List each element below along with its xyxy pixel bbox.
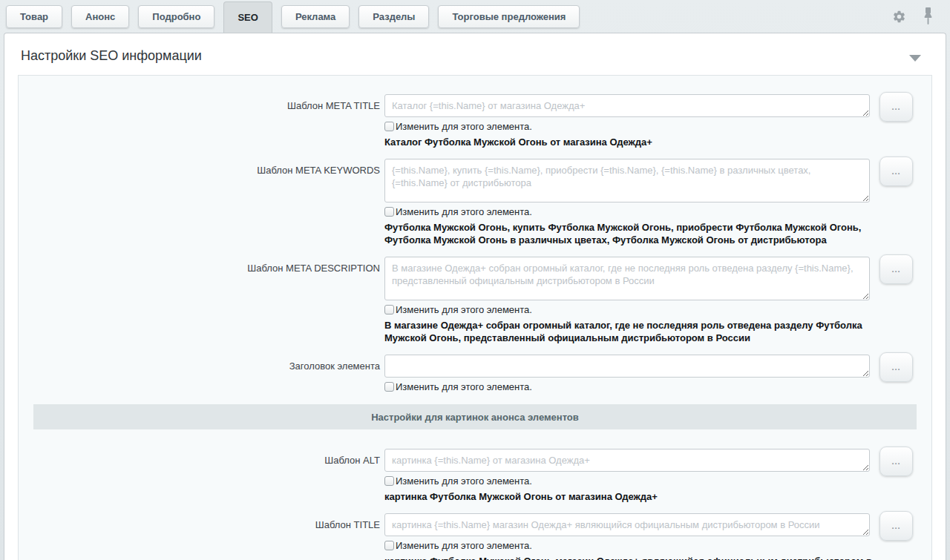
title-change-checkbox[interactable]: [384, 541, 394, 550]
element-title-more-button[interactable]: ...: [879, 352, 913, 382]
checkbox-label: Изменить для этого элемента.: [396, 121, 532, 132]
title-more-button[interactable]: ...: [879, 511, 913, 541]
images-section-header: Настройки для картинок анонса элементов: [33, 404, 917, 429]
checkbox-label: Изменить для этого элемента.: [396, 381, 532, 392]
meta-description-change-checkbox[interactable]: [384, 305, 394, 314]
meta-title-computed-value: Каталог Футболка Мужской Огонь от магази…: [384, 136, 902, 148]
seo-settings-panel: Настройки SEO информации Шаблон META TIT…: [4, 33, 946, 560]
meta-keywords-row: Шаблон META KEYWORDS Изменить для этого …: [19, 159, 931, 246]
checkbox-label: Изменить для этого элемента.: [396, 304, 532, 315]
alt-template-row: Шаблон ALT Изменить для этого элемента. …: [19, 449, 931, 503]
meta-title-row: Шаблон META TITLE Изменить для этого эле…: [19, 94, 931, 148]
tab-podrobno[interactable]: Подробно: [138, 5, 214, 28]
meta-keywords-template-input[interactable]: [384, 159, 870, 202]
meta-keywords-more-button[interactable]: ...: [879, 157, 913, 186]
meta-description-row: Шаблон META DESCRIPTION Изменить для это…: [19, 257, 931, 344]
field-label: Шаблон META KEYWORDS: [19, 159, 384, 176]
tab-seo[interactable]: SEO: [223, 1, 272, 33]
tab-tovar[interactable]: Товар: [6, 5, 62, 28]
tab-torgovye-predlozheniya[interactable]: Торговые предложения: [438, 5, 580, 28]
field-label: Шаблон ALT: [19, 449, 384, 466]
meta-title-template-input[interactable]: [384, 94, 870, 117]
field-label: Шаблон TITLE: [19, 513, 384, 530]
tabbar-actions: [890, 7, 937, 26]
tab-anons[interactable]: Анонс: [71, 5, 129, 28]
meta-keywords-change-checkbox[interactable]: [384, 207, 394, 217]
meta-title-change-checkbox[interactable]: [384, 122, 394, 131]
meta-title-more-button[interactable]: ...: [879, 92, 913, 122]
alt-change-checkbox[interactable]: [384, 476, 394, 486]
alt-computed-value: картинка Футболка Мужской Огонь от магаз…: [384, 490, 902, 503]
tab-bar: Товар Анонс Подробно SEO Реклама Разделы…: [0, 0, 950, 33]
meta-description-computed-value: В магазине Одежда+ собран огромный катал…: [384, 319, 902, 344]
field-label: Шаблон META TITLE: [19, 94, 384, 111]
meta-description-template-input[interactable]: [384, 257, 870, 300]
alt-template-input[interactable]: [384, 449, 870, 472]
settings-gear-icon[interactable]: [890, 7, 908, 26]
meta-description-more-button[interactable]: ...: [879, 254, 913, 284]
checkbox-label: Изменить для этого элемента.: [396, 206, 532, 217]
checkbox-label: Изменить для этого элемента.: [396, 475, 532, 487]
element-title-change-checkbox[interactable]: [384, 382, 394, 392]
title-computed-value: картинка Футболка Мужской Огонь магазин …: [384, 555, 902, 560]
panel-header: Настройки SEO информации: [4, 33, 946, 75]
pin-icon[interactable]: [919, 7, 937, 26]
collapse-section-icon[interactable]: [909, 55, 921, 62]
field-label: Шаблон META DESCRIPTION: [19, 257, 384, 274]
field-label: Заголовок элемента: [19, 355, 384, 372]
title-template-input[interactable]: [384, 513, 870, 536]
alt-more-button[interactable]: ...: [879, 447, 913, 476]
checkbox-label: Изменить для этого элемента.: [396, 540, 532, 551]
title-template-row: Шаблон TITLE Изменить для этого элемента…: [19, 513, 931, 560]
panel-title: Настройки SEO информации: [21, 48, 928, 64]
element-title-row: Заголовок элемента Изменить для этого эл…: [19, 355, 931, 392]
meta-keywords-computed-value: Футболка Мужской Огонь, купить Футболка …: [384, 221, 902, 246]
element-title-input[interactable]: [384, 355, 870, 378]
tab-reklama[interactable]: Реклама: [281, 5, 350, 28]
tab-razdely[interactable]: Разделы: [358, 5, 429, 28]
seo-form: Шаблон META TITLE Изменить для этого эле…: [18, 75, 932, 560]
